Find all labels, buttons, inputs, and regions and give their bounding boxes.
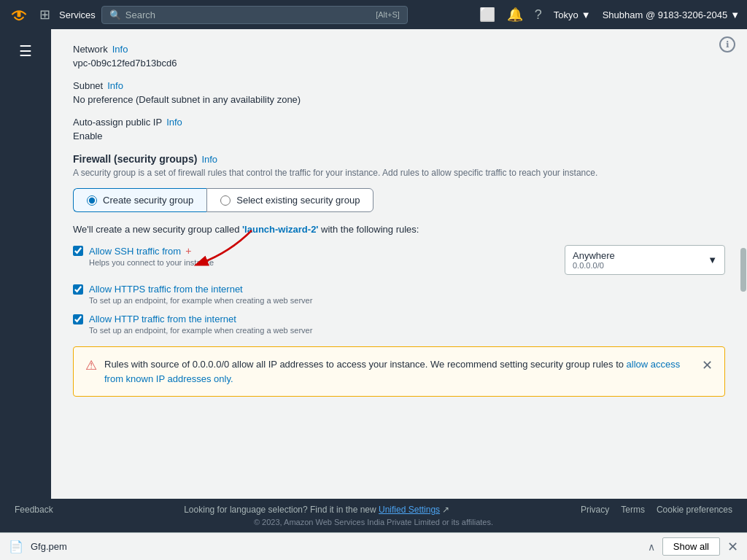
help-icon[interactable]: ? bbox=[535, 7, 542, 23]
footer-unified-text: Looking for language selection? Find it … bbox=[184, 505, 449, 515]
warning-text: Rules with source of 0.0.0.0/0 allow all… bbox=[104, 357, 694, 386]
region-selector[interactable]: Tokyo ▼ bbox=[554, 9, 591, 20]
network-value: vpc-0b9c12fed7b13bcd6 bbox=[73, 58, 725, 69]
allow-https-item: Allow HTTPS traffic from the internet To… bbox=[73, 284, 725, 305]
allow-ssh-checkbox[interactable] bbox=[73, 246, 83, 256]
account-selector[interactable]: Shubham @ 9183-3206-2045 ▼ bbox=[603, 9, 740, 20]
wizard-description: We'll create a new security group called… bbox=[73, 224, 725, 235]
create-sg-label: Create security group bbox=[103, 195, 193, 206]
auto-assign-value: Enable bbox=[73, 131, 725, 141]
allow-http-item: Allow HTTP traffic from the internet To … bbox=[73, 314, 725, 335]
scrollbar-thumb[interactable] bbox=[740, 248, 746, 292]
privacy-link[interactable]: Privacy bbox=[581, 505, 609, 515]
ssh-dropdown-value: Anywhere bbox=[573, 250, 615, 261]
subnet-value: No preference (Default subnet in any ava… bbox=[73, 94, 725, 105]
search-input[interactable] bbox=[125, 9, 371, 20]
network-info-link[interactable]: Info bbox=[112, 44, 128, 55]
footer: Feedback Looking for language selection?… bbox=[0, 499, 747, 532]
allow-http-label: Allow HTTP traffic from the internet bbox=[89, 314, 236, 324]
show-all-button[interactable]: Show all bbox=[662, 537, 720, 556]
subnet-section: Subnet Info No preference (Default subne… bbox=[73, 80, 725, 105]
create-security-group-radio[interactable]: Create security group bbox=[73, 188, 206, 212]
subnet-label: Subnet bbox=[73, 80, 103, 91]
cookie-link[interactable]: Cookie preferences bbox=[657, 505, 732, 515]
search-icon: 🔍 bbox=[109, 9, 121, 20]
subnet-info-link[interactable]: Info bbox=[107, 80, 123, 91]
allow-https-checkbox[interactable] bbox=[73, 284, 83, 295]
select-sg-label: Select existing security group bbox=[236, 195, 360, 206]
external-link-icon: ↗ bbox=[442, 505, 449, 515]
download-close-button[interactable]: ✕ bbox=[727, 539, 738, 555]
terms-link[interactable]: Terms bbox=[621, 505, 645, 515]
firewall-info-link[interactable]: Info bbox=[201, 154, 217, 165]
top-navigation: ⊞ Services 🔍 [Alt+S] ⬜ 🔔 ? Tokyo ▼ Shubh… bbox=[0, 0, 747, 29]
copyright-text: © 2023, Amazon Web Services India Privat… bbox=[15, 518, 732, 526]
auto-assign-section: Auto-assign public IP Info Enable bbox=[73, 117, 725, 141]
main-content: ℹ Network Info vpc-0b9c12fed7b13bcd6 Sub… bbox=[51, 29, 747, 560]
allow-ssh-item: Allow SSH traffic from + Helps you conne… bbox=[73, 245, 725, 275]
firewall-label: Firewall (security groups) bbox=[73, 153, 197, 165]
auto-assign-label: Auto-assign public IP bbox=[73, 117, 162, 128]
allow-http-checkbox[interactable] bbox=[73, 314, 83, 324]
search-shortcut: [Alt+S] bbox=[376, 10, 400, 19]
bell-icon[interactable]: 🔔 bbox=[507, 7, 523, 23]
allow-http-sub: To set up an endpoint, for example when … bbox=[89, 326, 725, 335]
firewall-section: Firewall (security groups) Info A securi… bbox=[73, 153, 725, 397]
region-chevron-icon: ▼ bbox=[581, 9, 591, 20]
feedback-link[interactable]: Feedback bbox=[15, 505, 53, 515]
info-circle-button[interactable]: ℹ bbox=[719, 36, 735, 52]
allow-https-label: Allow HTTPS traffic from the internet bbox=[89, 284, 243, 295]
network-section: Network Info vpc-0b9c12fed7b13bcd6 bbox=[73, 44, 725, 69]
select-existing-sg-radio[interactable]: Select existing security group bbox=[206, 188, 374, 212]
network-label: Network bbox=[73, 44, 108, 55]
services-nav[interactable]: Services bbox=[59, 9, 96, 20]
dropdown-chevron-icon: ▼ bbox=[708, 254, 717, 265]
security-group-radio-group: Create security group Select existing se… bbox=[73, 188, 725, 212]
aws-logo[interactable] bbox=[7, 3, 31, 26]
create-sg-radio-input[interactable] bbox=[87, 195, 97, 206]
firewall-description: A security group is a set of firewall ru… bbox=[73, 168, 725, 178]
warning-box: ⚠ Rules with source of 0.0.0.0/0 allow a… bbox=[73, 346, 725, 397]
grid-icon[interactable]: ⊞ bbox=[36, 4, 53, 26]
unified-settings-link[interactable]: Unified Settings bbox=[379, 505, 440, 515]
nav-right: ⬜ 🔔 ? Tokyo ▼ Shubham @ 9183-3206-2045 ▼ bbox=[479, 7, 740, 23]
scrollbar-track[interactable] bbox=[740, 29, 747, 560]
ssh-dropdown-sub: 0.0.0.0/0 bbox=[573, 261, 615, 270]
plus-icon: + bbox=[185, 245, 191, 257]
select-sg-radio-input[interactable] bbox=[220, 195, 231, 206]
download-filename: Gfg.pem bbox=[31, 541, 640, 552]
sidebar: ☰ bbox=[0, 29, 51, 560]
warning-triangle-icon: ⚠ bbox=[85, 357, 97, 373]
download-chevron-icon[interactable]: ∧ bbox=[648, 541, 655, 553]
auto-assign-info-link[interactable]: Info bbox=[166, 117, 182, 128]
ssh-source-dropdown[interactable]: Anywhere 0.0.0.0/0 ▼ bbox=[565, 245, 725, 275]
account-chevron-icon: ▼ bbox=[730, 9, 740, 20]
terminal-icon[interactable]: ⬜ bbox=[479, 7, 495, 23]
footer-links: Privacy Terms Cookie preferences bbox=[581, 505, 732, 515]
wizard-group-name: 'launch-wizard-2' bbox=[242, 224, 318, 235]
svg-rect-0 bbox=[18, 11, 21, 17]
allow-ssh-sub: Helps you connect to your instance bbox=[89, 258, 559, 267]
allow-https-sub: To set up an endpoint, for example when … bbox=[89, 296, 725, 305]
warning-close-button[interactable]: ✕ bbox=[702, 357, 713, 373]
allow-ssh-label: Allow SSH traffic from bbox=[89, 246, 181, 257]
search-bar[interactable]: 🔍 [Alt+S] bbox=[101, 6, 408, 24]
file-icon: 📄 bbox=[9, 540, 23, 553]
download-bar: 📄 Gfg.pem ∧ Show all ✕ bbox=[0, 532, 747, 560]
sidebar-hamburger-icon[interactable]: ☰ bbox=[13, 36, 38, 66]
